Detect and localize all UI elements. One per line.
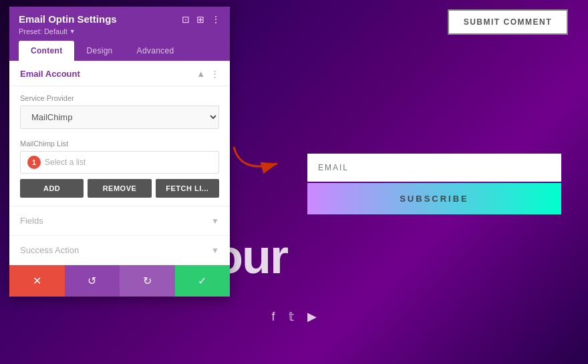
email-account-section-header: Email Account ▲ ⋮ (9, 61, 230, 86)
youtube-icon[interactable]: ▶ (307, 309, 317, 324)
redo-icon: ↻ (143, 275, 152, 287)
confirm-button[interactable]: ✓ (175, 265, 231, 297)
fields-label: Fields (20, 216, 43, 226)
panel-action-bar: ✕ ↺ ↻ ✓ (9, 264, 230, 297)
add-button[interactable]: ADD (20, 179, 84, 198)
more-icon[interactable]: ⋮ (211, 14, 220, 25)
select-list-placeholder: Select a list (45, 158, 86, 167)
badge-number: 1 (27, 156, 41, 169)
success-action-section[interactable]: Success Action ▼ (9, 235, 230, 264)
mailchimp-list-field: MailChimp List 1 Select a list ADD REMOV… (9, 137, 230, 206)
collapse-icon[interactable]: ▲ (196, 69, 205, 79)
list-action-buttons: ADD REMOVE FETCH LI... (20, 179, 219, 198)
panel-title-row: Email Optin Settings ⊡ ⊞ ⋮ (19, 13, 220, 25)
panel-header: Email Optin Settings ⊡ ⊞ ⋮ Preset: Defau… (9, 7, 230, 61)
tab-advanced[interactable]: Advanced (125, 41, 186, 61)
fetch-list-button[interactable]: FETCH LI... (156, 179, 219, 198)
fields-section[interactable]: Fields ▼ (9, 206, 230, 235)
section-more-icon[interactable]: ⋮ (210, 69, 219, 79)
cancel-button[interactable]: ✕ (9, 265, 65, 297)
fields-collapse-icon: ▼ (211, 216, 219, 226)
remove-button[interactable]: REMOVE (88, 179, 151, 198)
twitter-icon[interactable]: 𝕥 (289, 309, 294, 324)
section-header-icons: ▲ ⋮ (196, 69, 219, 79)
panel-body: Email Account ▲ ⋮ Service Provider MailC… (9, 61, 230, 297)
subscribe-button[interactable]: SUBSCRIBE (307, 183, 561, 214)
panel-icons: ⊡ ⊞ ⋮ (182, 14, 220, 25)
confirm-icon: ✓ (198, 275, 206, 287)
panel-title: Email Optin Settings (19, 13, 117, 25)
panel-preset[interactable]: Preset: Default ▼ (19, 27, 220, 35)
email-account-title: Email Account (20, 69, 80, 79)
redo-button[interactable]: ↻ (120, 265, 175, 297)
layout-icon[interactable]: ⊞ (196, 14, 204, 25)
resize-icon[interactable]: ⊡ (182, 14, 190, 25)
social-icons-bar: f 𝕥 ▶ (271, 309, 316, 324)
facebook-icon[interactable]: f (271, 310, 275, 324)
preset-label: Preset: Default (19, 27, 67, 35)
success-action-label: Success Action (20, 245, 79, 255)
settings-panel: Email Optin Settings ⊡ ⊞ ⋮ Preset: Defau… (9, 7, 230, 297)
mailchimp-list-input-row[interactable]: 1 Select a list (20, 151, 219, 174)
service-provider-select[interactable]: MailChimp (20, 106, 219, 129)
preset-dropdown-icon: ▼ (69, 28, 76, 35)
undo-icon: ↺ (88, 275, 96, 287)
tab-content[interactable]: Content (19, 41, 74, 61)
submit-comment-button[interactable]: SUBMIT COMMENT (448, 9, 568, 35)
undo-button[interactable]: ↺ (65, 265, 120, 297)
email-input[interactable] (307, 154, 561, 182)
panel-tabs: Content Design Advanced (19, 41, 220, 61)
mailchimp-list-label: MailChimp List (20, 140, 219, 148)
tab-design[interactable]: Design (74, 41, 124, 61)
subscribe-form: SUBSCRIBE (307, 154, 561, 214)
service-provider-field: Service Provider MailChimp (9, 86, 230, 137)
success-action-collapse-icon: ▼ (211, 246, 219, 255)
cancel-icon: ✕ (33, 275, 41, 287)
service-provider-label: Service Provider (20, 94, 219, 102)
